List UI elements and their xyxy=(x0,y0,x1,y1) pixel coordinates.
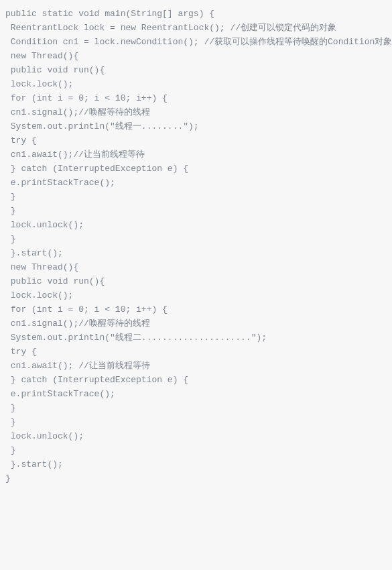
code-line: System.out.println("线程一........"); xyxy=(5,119,387,133)
code-line: lock.lock(); xyxy=(5,288,387,302)
code-line: } xyxy=(5,204,387,218)
code-line: } xyxy=(5,190,387,204)
code-line: public void run(){ xyxy=(5,274,387,288)
code-line: } xyxy=(5,471,387,486)
code-line: }.start(); xyxy=(5,457,387,471)
code-line: } catch (InterruptedException e) { xyxy=(5,162,387,176)
code-line: ReentrantLock lock = new ReentrantLock()… xyxy=(5,21,387,35)
code-line: public static void main(String[] args) { xyxy=(5,7,387,21)
code-line: try { xyxy=(5,345,387,359)
code-line: new Thread(){ xyxy=(5,260,387,274)
code-line: e.printStackTrace(); xyxy=(5,387,387,401)
code-line: cn1.await();//让当前线程等待 xyxy=(5,148,387,162)
code-line: } xyxy=(5,443,387,457)
code-line: } catch (InterruptedException e) { xyxy=(5,373,387,387)
code-line: cn1.signal();//唤醒等待的线程 xyxy=(5,105,387,119)
code-line: Condition cn1 = lock.newCondition(); //获… xyxy=(5,35,387,49)
code-line: } xyxy=(5,415,387,429)
code-line: cn1.await(); //让当前线程等待 xyxy=(5,359,387,373)
code-line: e.printStackTrace(); xyxy=(5,176,387,190)
code-line: } xyxy=(5,232,387,246)
code-line: lock.unlock(); xyxy=(5,218,387,232)
code-line: System.out.println("线程二.................… xyxy=(5,331,387,345)
code-line: } xyxy=(5,401,387,415)
code-line: for (int i = 0; i < 10; i++) { xyxy=(5,302,387,317)
code-line: lock.unlock(); xyxy=(5,429,387,443)
code-line: try { xyxy=(5,133,387,148)
code-line: lock.lock(); xyxy=(5,77,387,91)
code-line: new Thread(){ xyxy=(5,49,387,63)
code-line: for (int i = 0; i < 10; i++) { xyxy=(5,91,387,105)
code-line: public void run(){ xyxy=(5,63,387,77)
code-line: }.start(); xyxy=(5,246,387,260)
code-block: public static void main(String[] args) {… xyxy=(0,0,392,492)
code-line: cn1.signal();//唤醒等待的线程 xyxy=(5,317,387,331)
